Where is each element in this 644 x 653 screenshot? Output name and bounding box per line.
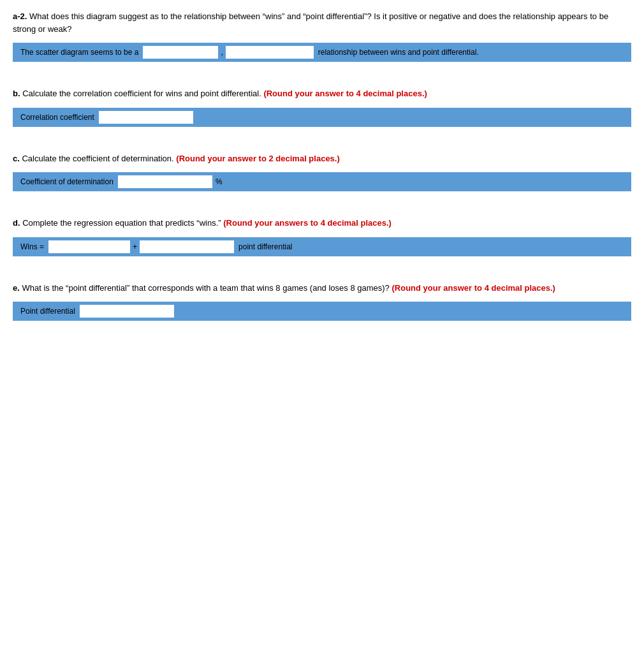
a2-separator: , [219,48,224,57]
e-input[interactable] [79,304,175,318]
question-e-text: e. What is the “point differential” that… [13,282,631,295]
question-b: b. Calculate the correlation coefficient… [13,87,631,127]
question-d-text: d. Complete the regression equation that… [13,217,631,230]
c-input[interactable] [117,175,213,189]
question-a2: a-2. What does this diagram suggest as t… [13,10,631,62]
question-b-body: Calculate the correlation coefficient fo… [20,89,261,98]
d-plus: + [131,242,139,251]
answer-row-d: Wins = + point differential [13,237,631,256]
d-suffix: point differential [235,241,296,253]
question-c-body: Calculate the coefficient of determinati… [20,154,174,163]
a2-prefix-label: The scatter diagram seems to be a [17,47,142,58]
question-e-body: What is the “point differential” that co… [20,283,390,293]
answer-row-e: Point differential [13,302,631,321]
d-input2[interactable] [139,240,235,254]
a2-input2[interactable] [225,45,314,59]
question-a2-body: What does this diagram suggest as to the… [13,11,608,34]
question-b-text: b. Calculate the correlation coefficient… [13,87,631,100]
question-c-text: c. Calculate the coefficient of determin… [13,152,631,165]
question-a2-text: a-2. What does this diagram suggest as t… [13,10,631,35]
question-c-red: (Round your answer to 2 decimal places.) [176,154,339,163]
a2-input1[interactable] [142,45,219,59]
answer-row-c: Coefficient of determination % [13,172,631,191]
question-a2-label: a-2. [13,11,27,21]
b-input[interactable] [98,110,194,124]
c-label: Coefficient of determination [17,176,117,187]
question-c: c. Calculate the coefficient of determin… [13,152,631,192]
question-e-label: e. [13,283,20,293]
a2-suffix-label: relationship between wins and point diff… [314,47,483,58]
question-e: e. What is the “point differential” that… [13,282,631,321]
c-percent: % [213,176,225,187]
question-d: d. Complete the regression equation that… [13,217,631,256]
d-input1[interactable] [48,240,131,254]
question-b-red: (Round your answer to 4 decimal places.) [263,89,427,98]
question-b-label: b. [13,89,20,98]
question-d-red: (Round your answers to 4 decimal places.… [223,218,392,228]
question-e-red: (Round your answer to 4 decimal places.) [392,283,555,293]
d-wins-label: Wins = [17,241,48,253]
question-d-label: d. [13,218,20,228]
e-label: Point differential [17,305,79,317]
answer-row-a2: The scatter diagram seems to be a , rela… [13,43,631,62]
b-label: Correlation coefficient [17,112,98,123]
answer-row-b: Correlation coefficient [13,108,631,127]
question-c-label: c. [13,154,20,163]
question-d-body: Complete the regression equation that pr… [20,218,221,228]
